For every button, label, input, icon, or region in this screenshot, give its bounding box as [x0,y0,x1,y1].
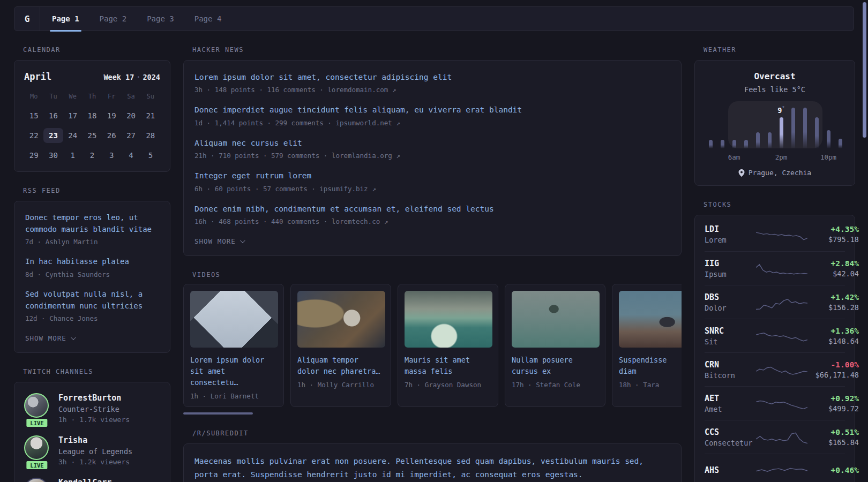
stock-symbol-link[interactable]: DBS [705,292,756,302]
channel-name-link[interactable]: KendallCarr [58,478,111,482]
calendar-week-year: Week 17·2024 [103,73,160,81]
daylight-band [728,101,822,148]
carousel-scrollbar-thumb[interactable] [183,412,253,415]
video-meta: 17h · Stefan Cole [512,381,598,389]
hn-item-link[interactable]: Integer eget rutrum lorem [194,170,670,182]
video-title-link[interactable]: Mauris sit amet massa felis [405,355,491,377]
stock-symbol-link[interactable]: SNRC [705,326,756,336]
weather-bar [756,132,760,148]
calendar-day[interactable]: 21 [141,108,160,123]
weather-location[interactable]: Prague, Czechia [705,169,845,177]
rss-show-more-button[interactable]: SHOW MORE [25,334,74,342]
stock-sparkline-chart [756,326,807,345]
stock-symbol-link[interactable]: AHS [705,465,756,475]
avatar[interactable]: LIVE [24,435,50,466]
video-thumbnail[interactable] [297,291,385,348]
channel-name-link[interactable]: ForrestBurton [58,393,130,403]
calendar-day[interactable]: 25 [83,128,102,143]
stock-sparkline-chart [756,461,807,480]
channel-game: League of Legends [58,447,132,456]
calendar-day[interactable]: 22 [24,128,43,143]
calendar-day[interactable]: 28 [141,128,160,143]
stock-symbol-link[interactable]: LDI [705,224,756,234]
calendar-day[interactable]: 27 [121,128,140,143]
video-meta: 1h · Lori Barnett [190,392,277,400]
calendar-day[interactable]: 3 [102,148,121,163]
reddit-post-link[interactable]: Maecenas mollis pulvinar erat non posuer… [194,455,666,482]
stock-name: Ipsum [705,270,756,278]
hackernews-section-title: HACKER NEWS [192,46,682,54]
calendar-day[interactable]: 20 [121,108,140,123]
weather-hourly-chart: 9°6am2pm10pm [705,101,846,161]
calendar-day[interactable]: 4 [121,148,140,163]
calendar-day[interactable]: 1 [63,148,83,163]
video-title-link[interactable]: Nullam posuere cursus ex [512,355,598,377]
calendar-day[interactable]: 19 [102,108,121,123]
video-thumbnail[interactable] [512,291,600,348]
avatar[interactable]: LIVE [24,393,50,424]
calendar-day[interactable]: 5 [141,148,160,163]
weather-bar [803,108,807,148]
twitch-widget: LIVE ForrestBurton Counter-Strike 1h · 1… [14,382,170,482]
video-title-link[interactable]: Lorem ipsum dolor sit amet consectetu… [190,355,277,388]
video-thumbnail[interactable] [190,291,278,348]
stock-symbol-link[interactable]: CRN [705,360,756,370]
weather-bar [791,108,795,148]
avatar[interactable] [24,478,50,482]
calendar-day[interactable]: 18 [83,108,102,123]
channel-name-link[interactable]: Trisha [58,435,132,445]
app-logo[interactable]: G [14,7,40,31]
tab-page-1[interactable]: Page 1 [52,7,79,31]
chevron-down-icon [71,335,76,341]
live-badge: LIVE [25,460,48,470]
stock-name: Sit [705,337,756,346]
tab-page-4[interactable]: Page 4 [194,7,222,31]
video-card: Nullam posuere cursus ex 17h · Stefan Co… [505,284,605,407]
stock-price: $66,171.48 [807,371,859,379]
calendar-day[interactable]: 26 [102,128,121,143]
hn-show-more-button[interactable]: SHOW MORE [194,237,244,245]
tab-page-3[interactable]: Page 3 [147,7,174,31]
subreddit-section: /R/SUBREDDIT Maecenas mollis pulvinar er… [183,430,682,482]
stock-price: $795.18 [807,235,859,244]
rss-item-link[interactable]: Donec tempor eros leo, ut commodo mauris… [25,212,159,235]
top-navigation-bar: G Page 1 Page 2 Page 3 Page 4 [14,6,854,31]
hn-item-link[interactable]: Lorem ipsum dolor sit amet, consectetur … [194,71,670,83]
calendar-day[interactable]: 30 [43,148,63,163]
hn-item-link[interactable]: Donec enim nibh, condimentum et accumsan… [194,203,670,215]
channel-avatar-image [24,435,49,460]
calendar-day[interactable]: 24 [63,128,83,143]
hn-item-link[interactable]: Donec imperdiet augue tincidunt felis al… [194,104,670,116]
video-thumbnail[interactable] [619,291,682,348]
hn-item-link[interactable]: Aliquam nec cursus elit [194,137,670,149]
video-thumbnail[interactable] [405,291,492,348]
middle-column: HACKER NEWS Lorem ipsum dolor sit amet, … [183,46,682,482]
videos-carousel: Lorem ipsum dolor sit amet consectetu… 1… [183,284,682,407]
weather-bar [721,140,724,148]
hn-item-meta: 16h · 468 points · 440 comments · loremt… [194,217,670,225]
stock-symbol-link[interactable]: AET [705,394,756,403]
stock-symbol-link[interactable]: IIG [705,259,756,268]
video-title-link[interactable]: Suspendisse diam [619,355,682,377]
page-scrollbar-thumb[interactable] [863,2,866,138]
calendar-day[interactable]: 29 [24,148,43,163]
video-title-link[interactable]: Aliquam tempor dolor nec pharetra… [297,355,384,377]
stock-row: AETAmet+0.92%$499.72 [705,386,845,420]
rss-item: Donec tempor eros leo, ut commodo mauris… [25,212,159,246]
calendar-day[interactable]: 15 [24,108,43,123]
calendar-day[interactable]: 2 [83,148,102,163]
channel-meta: 1h · 1.7k viewers [58,416,130,424]
rss-item-link[interactable]: In hac habitasse platea [25,256,159,268]
stock-symbol-link[interactable]: CCS [705,427,756,437]
rss-item-link[interactable]: Sed volutpat nulla nisl, a condimentum n… [25,289,159,312]
tab-page-2[interactable]: Page 2 [100,7,127,31]
stock-change-percent: +0.92% [807,394,859,403]
calendar-day[interactable]: 16 [43,108,63,123]
calendar-day-selected[interactable]: 23 [43,128,63,143]
video-meta: 1h · Molly Carrillo [297,381,384,389]
stock-change-percent: +2.84% [807,259,859,268]
calendar-day[interactable]: 17 [63,108,83,123]
weather-bar [709,140,713,148]
hn-item: Lorem ipsum dolor sit amet, consectetur … [194,71,670,94]
subreddit-widget: Maecenas mollis pulvinar erat non posuer… [183,443,682,482]
